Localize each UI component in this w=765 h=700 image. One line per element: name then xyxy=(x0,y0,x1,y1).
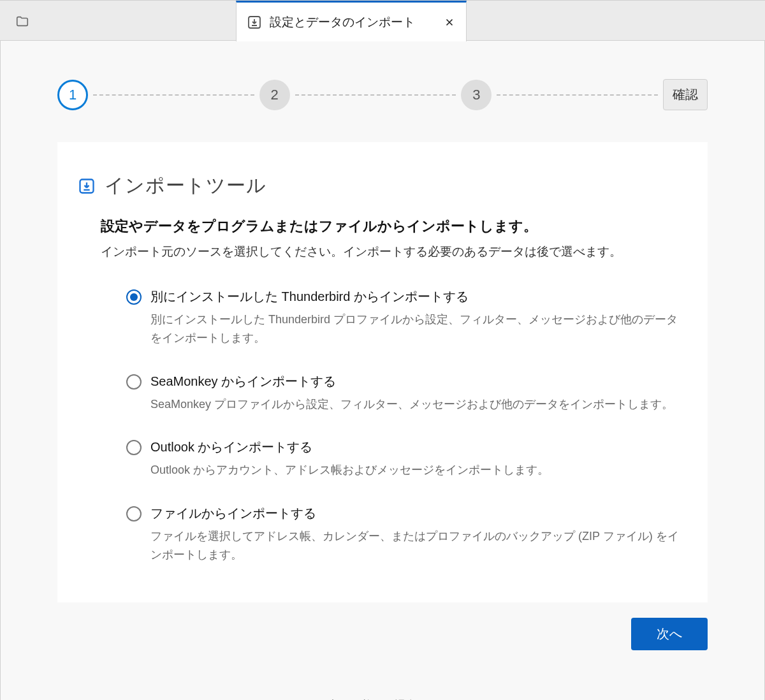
step-confirm[interactable]: 確認 xyxy=(663,79,708,110)
step-connector xyxy=(295,94,456,96)
tab-title: 設定とデータのインポート xyxy=(270,14,435,31)
options-group: 別にインストールした Thunderbird からインポートする 別にインストー… xyxy=(101,288,682,564)
tab-import[interactable]: 設定とデータのインポート xyxy=(236,1,467,41)
step-2[interactable]: 2 xyxy=(259,80,290,110)
card-title: インポートツール xyxy=(105,173,266,199)
lead-sub: インポート元のソースを選択してください。インポートする必要のあるデータは後で選べ… xyxy=(101,244,682,260)
help-prompt: 助けが必要な場合は？ xyxy=(57,697,708,700)
import-tool-icon xyxy=(78,177,96,195)
radio-file[interactable] xyxy=(126,506,142,521)
step-confirm-label: 確認 xyxy=(673,87,698,101)
option-desc: 別にインストールした Thunderbird プロファイルから設定、フィルター、… xyxy=(150,310,682,347)
option-title: SeaMonkey からインポートする xyxy=(150,373,682,390)
next-button[interactable]: 次へ xyxy=(631,618,708,650)
step-connector xyxy=(497,94,658,96)
help-section: 助けが必要な場合は？ インポートのドキュメント - サポートフォーラム xyxy=(57,697,708,700)
option-desc: SeaMonkey プロファイルから設定、フィルター、メッセージおよび他のデータ… xyxy=(150,395,682,414)
step-3-label: 3 xyxy=(472,87,480,103)
option-title: 別にインストールした Thunderbird からインポートする xyxy=(150,288,682,305)
card-header: インポートツール xyxy=(78,173,682,199)
tab-bar: 設定とデータのインポート xyxy=(0,0,765,41)
import-icon xyxy=(247,15,262,30)
step-2-label: 2 xyxy=(271,87,279,103)
step-1[interactable]: 1 xyxy=(57,80,88,110)
radio-outlook[interactable] xyxy=(126,440,142,455)
lead-strong: 設定やデータをプログラムまたはファイルからインポートします。 xyxy=(101,217,682,236)
option-desc: Outlook からアカウント、アドレス帳およびメッセージをインポートします。 xyxy=(150,461,682,479)
option-thunderbird[interactable]: 別にインストールした Thunderbird からインポートする 別にインストー… xyxy=(126,288,682,347)
folder-icon[interactable] xyxy=(15,15,29,26)
radio-thunderbird[interactable] xyxy=(126,289,142,305)
stepper: 1 2 3 確認 xyxy=(57,79,708,110)
option-seamonkey[interactable]: SeaMonkey からインポートする SeaMonkey プロファイルから設定… xyxy=(126,373,682,414)
content-area: 1 2 3 確認 インポートツール 設定やデータをプログラムまたはファイルからイ… xyxy=(0,41,765,700)
actions-bar: 次へ xyxy=(57,618,708,650)
option-title: Outlook からインポートする xyxy=(150,439,682,456)
option-outlook[interactable]: Outlook からインポートする Outlook からアカウント、アドレス帳お… xyxy=(126,439,682,479)
option-title: ファイルからインポートする xyxy=(150,505,682,522)
step-1-label: 1 xyxy=(69,87,76,103)
step-3[interactable]: 3 xyxy=(461,80,492,110)
radio-seamonkey[interactable] xyxy=(126,374,142,390)
option-file[interactable]: ファイルからインポートする ファイルを選択してアドレス帳、カレンダー、またはプロ… xyxy=(126,505,682,564)
option-desc: ファイルを選択してアドレス帳、カレンダー、またはプロファイルのバックアップ (Z… xyxy=(150,527,682,564)
close-icon[interactable] xyxy=(443,16,456,29)
import-card: インポートツール 設定やデータをプログラムまたはファイルからインポートします。 … xyxy=(57,142,708,602)
step-connector xyxy=(93,94,254,96)
